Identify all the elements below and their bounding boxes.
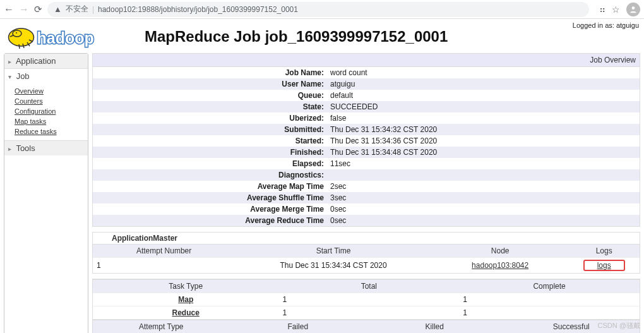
overview-key: User Name: [93, 78, 326, 90]
translate-icon[interactable]: ⠶ [599, 4, 605, 15]
col-failed: Failed [230, 320, 367, 334]
page-header: hadoop MapReduce Job job_1609399997152_0… [0, 19, 644, 53]
overview-value: false [326, 112, 350, 124]
profile-avatar[interactable] [626, 3, 640, 16]
sidebar-section-job[interactable]: ▾ Job [4, 69, 88, 83]
overview-key: Average Reduce Time [93, 215, 326, 226]
overview-row: Average Reduce Time0sec [93, 215, 640, 226]
chevron-down-icon: ▾ [8, 73, 11, 80]
attempttype-section: Attempt Type Failed Killed Successful Ma… [92, 320, 640, 333]
insecure-icon: ▲ [54, 4, 62, 14]
reload-icon[interactable]: ⟳ [34, 4, 42, 15]
overview-key: Average Map Time [93, 181, 326, 192]
tasktype-section: Task Type Total Complete Map11Reduce11 [92, 279, 640, 320]
overview-value: 0sec [326, 203, 350, 215]
login-info: Logged in as: atguigu [573, 21, 639, 29]
overview-row: Job Name:word count [93, 67, 640, 78]
overview-row: Average Shuffle Time3sec [93, 192, 640, 203]
chevron-right-icon: ▸ [8, 145, 11, 152]
overview-key: Submitted: [93, 124, 326, 135]
sidebar-item-configuration[interactable]: Configuration [15, 106, 84, 116]
url-text: hadoop102:19888/jobhistory/job/job_16093… [98, 5, 298, 14]
overview-row: User Name:atguigu [93, 78, 640, 90]
overview-row: Elapsed:11sec [93, 158, 640, 169]
overview-key: Uberized: [93, 112, 326, 124]
overview-row: Finished:Thu Dec 31 15:34:48 CST 2020 [93, 147, 640, 158]
overview-key: Average Merge Time [93, 203, 326, 215]
overview-key: Job Name: [93, 67, 326, 78]
sidebar-section-tools[interactable]: ▸ Tools [4, 140, 88, 155]
job-overview-table: Job Name:word countUser Name:atguiguQueu… [92, 67, 640, 227]
divider: | [92, 5, 94, 14]
col-total: Total [278, 280, 459, 293]
cell-attempt: 1 [93, 258, 235, 274]
svg-text:hadoop: hadoop [37, 29, 94, 47]
overview-heading: Job Overview [92, 53, 640, 67]
nav-forward-icon[interactable]: → [19, 4, 29, 15]
bookmark-icon[interactable]: ☆ [612, 4, 620, 15]
sidebar: ▸ Application ▾ Job Overview Counters Co… [4, 53, 88, 333]
browser-toolbar: ← → ⟳ ▲ 不安全 | hadoop102:19888/jobhistory… [0, 0, 644, 19]
overview-key: Elapsed: [93, 158, 326, 169]
appmaster-table: Attempt Number Start Time Node Logs 1 Th… [93, 244, 640, 273]
address-bar[interactable]: ▲ 不安全 | hadoop102:19888/jobhistory/job/j… [47, 2, 589, 17]
svg-point-3 [16, 32, 17, 33]
appmaster-section: ApplicationMaster Attempt Number Start T… [92, 232, 640, 274]
overview-key: State: [93, 101, 326, 112]
overview-key: Average Shuffle Time [93, 192, 326, 203]
task-row: Map11 [93, 293, 640, 306]
col-start-time: Start Time [235, 245, 432, 258]
overview-row: State:SUCCEEDED [93, 101, 640, 112]
col-logs: Logs [568, 245, 640, 258]
appmaster-row: 1 Thu Dec 31 15:34:34 CST 2020 hadoop103… [93, 258, 640, 274]
logs-link[interactable]: logs [597, 261, 611, 270]
overview-row: Submitted:Thu Dec 31 15:34:32 CST 2020 [93, 124, 640, 135]
sidebar-section-application[interactable]: ▸ Application [4, 54, 88, 69]
task-row: Reduce11 [93, 306, 640, 320]
node-link[interactable]: hadoop103:8042 [472, 261, 528, 270]
sidebar-label-job: Job [16, 71, 30, 81]
svg-point-1 [9, 28, 34, 46]
overview-row: Queue:default [93, 90, 640, 101]
col-attempt-number: Attempt Number [93, 245, 235, 258]
task-complete: 1 [459, 293, 640, 306]
overview-key: Started: [93, 135, 326, 147]
main-content: Job Overview Job Name:word countUser Nam… [92, 53, 640, 333]
tasktype-link[interactable]: Reduce [172, 308, 200, 317]
sidebar-item-map-tasks[interactable]: Map tasks [15, 116, 84, 126]
overview-value: word count [326, 67, 371, 78]
insecure-label: 不安全 [66, 4, 88, 15]
chevron-right-icon: ▸ [8, 58, 11, 65]
overview-value: Thu Dec 31 15:34:36 CST 2020 [326, 135, 441, 147]
svg-point-2 [13, 30, 21, 37]
sidebar-item-overview[interactable]: Overview [15, 86, 84, 96]
overview-value: SUCCEEDED [326, 101, 381, 112]
hadoop-logo: hadoop [4, 21, 127, 53]
overview-value: 0sec [326, 215, 350, 226]
overview-row: Average Map Time2sec [93, 181, 640, 192]
overview-row: Started:Thu Dec 31 15:34:36 CST 2020 [93, 135, 640, 147]
overview-value: 11sec [326, 158, 354, 169]
attempttype-table: Attempt Type Failed Killed Successful Ma… [93, 320, 640, 333]
tasktype-link[interactable]: Map [178, 295, 193, 304]
col-complete: Complete [459, 280, 640, 293]
overview-key: Diagnostics: [93, 169, 326, 181]
page-title: MapReduce Job job_1609399997152_0001 [145, 28, 448, 45]
col-attempttype: Attempt Type [93, 320, 230, 334]
task-total: 1 [278, 306, 459, 320]
overview-key: Queue: [93, 90, 326, 101]
sidebar-job-items: Overview Counters Configuration Map task… [4, 83, 88, 140]
col-node: Node [432, 245, 569, 258]
task-complete: 1 [459, 306, 640, 320]
overview-value [326, 169, 334, 181]
appmaster-title: ApplicationMaster [93, 233, 640, 244]
sidebar-item-reduce-tasks[interactable]: Reduce tasks [15, 126, 84, 136]
overview-value: Thu Dec 31 15:34:32 CST 2020 [326, 124, 441, 135]
sidebar-item-counters[interactable]: Counters [15, 96, 84, 106]
overview-value: 3sec [326, 192, 350, 203]
nav-back-icon[interactable]: ← [4, 4, 14, 15]
col-tasktype: Task Type [93, 280, 278, 293]
cell-start: Thu Dec 31 15:34:34 CST 2020 [235, 258, 432, 274]
overview-value: 2sec [326, 181, 350, 192]
overview-row: Average Merge Time0sec [93, 203, 640, 215]
